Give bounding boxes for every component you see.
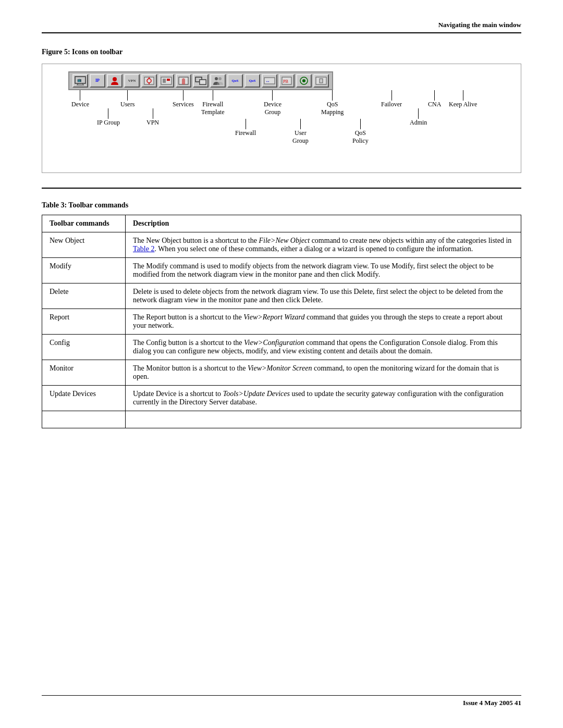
table-row: Monitor The Monitor button is a shortcut…: [42, 360, 521, 386]
admin-label: Admin: [410, 108, 427, 127]
table-row: Modify The Modify command is used to mod…: [42, 258, 521, 283]
table2-link[interactable]: Table 2: [133, 245, 154, 253]
description-cell: The Config button is a shortcut to the V…: [126, 335, 521, 360]
qos-policy-icon[interactable]: QoS: [244, 74, 260, 88]
empty-cell: [126, 411, 521, 428]
device-icon[interactable]: 📺: [72, 74, 88, 88]
failover-icon[interactable]: ↔: [262, 74, 277, 88]
table-row-empty: [42, 411, 521, 428]
section-divider: [42, 188, 521, 189]
firewall-icon[interactable]: [176, 74, 191, 88]
svg-text:📺: 📺: [77, 78, 82, 82]
footer-text: Issue 4 May 2005 41: [463, 699, 521, 707]
device-label: Device: [71, 90, 89, 108]
description-cell: The New Object button is a shortcut to t…: [126, 232, 521, 258]
failover-label: Failover: [381, 90, 402, 108]
qos-mapping-label: QoSMapping: [321, 90, 344, 116]
command-cell: New Object: [42, 232, 126, 258]
cna-label: CNA: [428, 90, 441, 108]
svg-text:↔: ↔: [265, 79, 270, 84]
users-label: Users: [120, 90, 134, 108]
vpn-icon[interactable]: VPN: [124, 74, 140, 88]
page: Navigating the main window Figure 5: Ico…: [0, 0, 563, 728]
vpn-label: VPN: [146, 108, 159, 127]
services-icon[interactable]: [141, 74, 157, 88]
table-row: Update Devices Update Device is a shortc…: [42, 386, 521, 411]
firewall-template-icon[interactable]: [158, 74, 174, 88]
svg-point-5: [113, 77, 117, 81]
col2-header: Description: [126, 215, 521, 232]
command-cell: Delete: [42, 283, 126, 309]
firewall-template-label: FirewallTemplate: [201, 90, 224, 116]
command-cell: Update Devices: [42, 386, 126, 411]
page-footer: Issue 4 May 2005 41: [42, 695, 521, 707]
page-header: Navigating the main window: [42, 21, 521, 33]
svg-point-17: [215, 77, 218, 80]
description-cell: The Report button is a shortcut to the V…: [126, 309, 521, 335]
user-group-label: UserGroup: [292, 119, 309, 145]
svg-text:PB: PB: [283, 79, 288, 84]
icon-labels-diagram: Device IP Group Users VPN Services Firew…: [68, 90, 510, 163]
cna-icon[interactable]: [296, 74, 312, 88]
user-group-icon[interactable]: [210, 74, 226, 88]
keep-alive-icon[interactable]: [313, 74, 329, 88]
description-cell: Update Device is a shortcut to Tools>Upd…: [126, 386, 521, 411]
commands-table: Toolbar commands Description New Object …: [42, 215, 521, 428]
qos-mapping-icon[interactable]: QoS: [227, 74, 243, 88]
services-label: Services: [173, 90, 194, 108]
description-cell: The Modify command is used to modify obj…: [126, 258, 521, 283]
table-row: Delete Delete is used to delete objects …: [42, 283, 521, 309]
svg-rect-12: [167, 79, 170, 81]
ip-group-label: IP Group: [97, 108, 120, 127]
svg-rect-26: [320, 79, 323, 83]
table-title: Table 3: Toolbar commands: [42, 201, 521, 209]
device-group-label: DeviceGroup: [264, 90, 282, 116]
ip-group-icon[interactable]: IP: [90, 74, 105, 88]
toolbar-icons-strip: 📺 IP VPN: [68, 71, 333, 90]
col1-header: Toolbar commands: [42, 215, 126, 232]
qos-policy-label: QoSPolicy: [352, 119, 369, 145]
figure-inner: 📺 IP VPN: [53, 71, 510, 163]
admin-icon[interactable]: PB: [279, 74, 295, 88]
figure-container: 📺 IP VPN: [42, 64, 521, 173]
table-row: New Object The New Object button is a sh…: [42, 232, 521, 258]
svg-point-24: [302, 79, 305, 82]
table-row: Config The Config button is a shortcut t…: [42, 335, 521, 360]
svg-rect-16: [200, 80, 206, 84]
svg-point-18: [218, 77, 222, 80]
table-row: Report The Report button is a shortcut t…: [42, 309, 521, 335]
figure-title: Figure 5: Icons on toolbar: [42, 48, 521, 56]
description-cell: Delete is used to delete objects from th…: [126, 283, 521, 309]
device-group-icon[interactable]: [193, 74, 209, 88]
users-icon[interactable]: [107, 74, 123, 88]
command-cell: Modify: [42, 258, 126, 283]
firewall-label: Firewall: [235, 119, 256, 137]
description-cell: The Monitor button is a shortcut to the …: [126, 360, 521, 386]
command-cell: Report: [42, 309, 126, 335]
command-cell: Config: [42, 335, 126, 360]
empty-cell: [42, 411, 126, 428]
svg-rect-11: [163, 79, 166, 83]
header-text: Navigating the main window: [438, 21, 521, 29]
command-cell: Monitor: [42, 360, 126, 386]
keep-alive-label: Keep Alive: [449, 90, 477, 108]
